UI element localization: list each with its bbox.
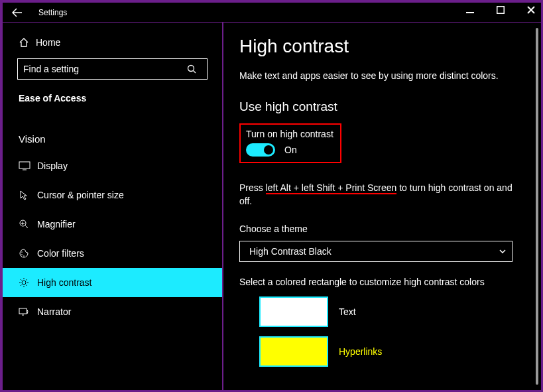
hotkey-combo: left Alt + left Shift + Print Screen <box>266 182 397 194</box>
home-nav[interactable]: Home <box>3 23 222 58</box>
sidebar-item-narrator[interactable]: Narrator <box>3 297 222 326</box>
toggle-state: On <box>284 145 297 155</box>
swatch-row-hyperlinks: Hyperlinks <box>259 336 521 367</box>
intro-text: Make text and apps easier to see by usin… <box>239 70 521 81</box>
theme-selected: High Contrast Black <box>249 246 332 257</box>
toggle-label: Turn on high contrast <box>246 129 333 139</box>
color-swatch-text[interactable] <box>259 296 328 327</box>
close-button[interactable] <box>526 5 536 15</box>
swatch-row-text: Text <box>259 296 521 327</box>
settings-window: Settings Home Find a setting <box>3 3 541 390</box>
choose-theme-label: Choose a theme <box>239 224 521 234</box>
sidebar: Home Find a setting Ease of Access Visio… <box>3 23 223 390</box>
hotkey-pre: Press <box>239 182 266 193</box>
home-icon <box>19 37 36 48</box>
svg-rect-1 <box>497 7 505 14</box>
search-icon <box>187 64 207 74</box>
toggle-knob <box>264 145 273 155</box>
palette-icon <box>19 248 37 259</box>
group-label: Vision <box>3 110 222 151</box>
section-header: Ease of Access <box>3 89 222 110</box>
svg-line-3 <box>194 71 196 74</box>
chevron-down-icon <box>499 247 507 255</box>
title-bar: Settings <box>3 3 541 23</box>
sidebar-item-label: Display <box>37 161 68 171</box>
svg-line-19 <box>27 285 28 287</box>
annotation-box: Turn on high contrast On <box>239 123 341 163</box>
sidebar-item-display[interactable]: Display <box>3 151 222 180</box>
swatch-text-label: Text <box>339 306 356 317</box>
sidebar-item-label: Magnifier <box>37 219 76 229</box>
svg-line-20 <box>21 285 22 287</box>
scrollbar[interactable] <box>536 28 538 385</box>
svg-rect-0 <box>466 12 474 13</box>
sidebar-item-colorfilters[interactable]: Color filters <box>3 239 222 268</box>
sidebar-item-label: Color filters <box>37 248 84 259</box>
hotkey-description: Press left Alt + left Shift + Print Scre… <box>239 182 521 208</box>
swatch-hyperlinks-label: Hyperlinks <box>339 346 382 357</box>
svg-line-21 <box>27 279 28 281</box>
theme-dropdown[interactable]: High Contrast Black <box>239 241 513 262</box>
sidebar-item-label: Narrator <box>37 306 71 317</box>
window-controls <box>465 5 536 15</box>
svg-line-7 <box>25 226 28 228</box>
narrator-icon <box>19 306 37 317</box>
sidebar-item-label: High contrast <box>37 277 91 288</box>
high-contrast-toggle[interactable] <box>246 143 275 157</box>
svg-point-2 <box>188 66 194 72</box>
search-input[interactable]: Find a setting <box>17 58 208 80</box>
svg-line-18 <box>21 279 22 281</box>
svg-point-10 <box>21 251 23 253</box>
window-title: Settings <box>38 8 67 17</box>
home-label: Home <box>36 37 60 48</box>
svg-rect-22 <box>19 308 27 314</box>
page-title: High contrast <box>239 36 521 57</box>
sidebar-item-cursor[interactable]: Cursor & pointer size <box>3 180 222 210</box>
content-area: Home Find a setting Ease of Access Visio… <box>3 23 541 390</box>
customize-colors-label: Select a colored rectangle to customize … <box>239 277 521 287</box>
svg-point-12 <box>23 255 25 257</box>
svg-rect-4 <box>19 162 30 168</box>
section-use-highcontrast: Use high contrast <box>239 99 521 114</box>
sidebar-item-label: Cursor & pointer size <box>37 190 124 200</box>
back-button[interactable] <box>12 8 25 17</box>
minimize-button[interactable] <box>465 5 475 15</box>
svg-point-11 <box>21 254 23 255</box>
maximize-button[interactable] <box>496 5 505 15</box>
main-panel: High contrast Make text and apps easier … <box>223 23 541 390</box>
search-placeholder: Find a setting <box>18 64 187 74</box>
sun-icon <box>19 277 37 288</box>
svg-point-13 <box>22 281 26 285</box>
sidebar-item-magnifier[interactable]: Magnifier <box>3 210 222 239</box>
sidebar-item-highcontrast[interactable]: High contrast <box>3 268 222 297</box>
magnifier-icon <box>19 219 37 229</box>
display-icon <box>19 161 37 170</box>
cursor-icon <box>19 190 37 200</box>
color-swatch-hyperlinks[interactable] <box>259 336 328 367</box>
